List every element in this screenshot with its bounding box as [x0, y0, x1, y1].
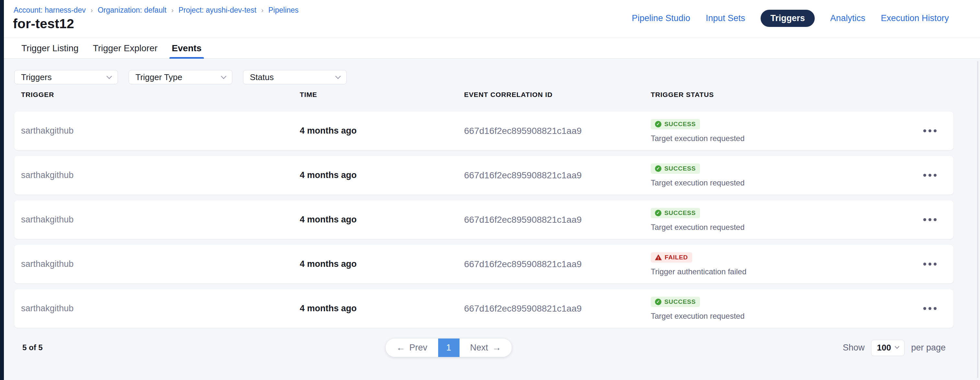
- event-correlation-id: 667d16f2ec895908821c1aa9: [464, 303, 651, 314]
- status-badge-label: SUCCESS: [664, 209, 696, 217]
- event-correlation-id: 667d16f2ec895908821c1aa9: [464, 170, 651, 180]
- page-header: Account: harness-dev›Organization: defau…: [4, 0, 980, 38]
- status-badge: ✓SUCCESS: [651, 208, 700, 218]
- chevron-down-icon: [107, 73, 112, 79]
- breadcrumb-item-project[interactable]: Project: ayushi-dev-test: [178, 6, 256, 14]
- column-header-trigger-status: TRIGGER STATUS: [651, 91, 911, 99]
- check-circle-icon: ✓: [655, 299, 662, 305]
- dots-menu-icon: [929, 218, 931, 221]
- breadcrumb: Account: harness-dev›Organization: defau…: [14, 6, 299, 14]
- page-size-select[interactable]: 100: [871, 340, 905, 356]
- left-nav-strip[interactable]: [0, 0, 4, 380]
- tabs-bar: Trigger ListingTrigger ExplorerEvents: [4, 38, 980, 59]
- table-header: TRIGGERTIMEEVENT CORRELATION IDTRIGGER S…: [14, 91, 953, 99]
- trigger-status-cell: !FAILEDTrigger authentication failed: [651, 252, 911, 276]
- warning-triangle-icon: !: [655, 254, 662, 260]
- event-time: 4 months ago: [300, 215, 464, 225]
- breadcrumb-item-account[interactable]: Account: harness-dev: [14, 6, 86, 14]
- event-time: 4 months ago: [300, 259, 464, 269]
- event-time: 4 months ago: [300, 126, 464, 136]
- prev-label: Prev: [409, 343, 428, 353]
- filter-status[interactable]: Status: [243, 70, 347, 84]
- status-badge-label: FAILED: [665, 254, 688, 261]
- tab-trigger-listing[interactable]: Trigger Listing: [21, 38, 78, 58]
- nav-triggers[interactable]: Triggers: [760, 10, 815, 27]
- page-size-control: Show 100 per page: [843, 338, 946, 357]
- filter-triggers[interactable]: Triggers: [14, 70, 118, 84]
- filter-label-triggers: Triggers: [21, 72, 51, 82]
- filter-label-trigger-type: Trigger Type: [135, 72, 183, 82]
- dots-menu-icon: [929, 263, 931, 265]
- dots-menu-icon: [929, 174, 931, 177]
- check-circle-icon: ✓: [655, 210, 662, 216]
- filters-row: TriggersTrigger TypeStatus: [14, 70, 347, 84]
- column-header-trigger: TRIGGER: [21, 91, 300, 99]
- event-correlation-id: 667d16f2ec895908821c1aa9: [464, 259, 651, 270]
- arrow-left-icon: ←: [396, 343, 405, 353]
- check-circle-icon: ✓: [655, 165, 662, 172]
- current-page-button[interactable]: 1: [438, 338, 460, 357]
- nav-analytics[interactable]: Analytics: [830, 10, 865, 27]
- dots-menu-icon: [934, 174, 937, 177]
- trigger-status-cell: ✓SUCCESSTarget execution requested: [651, 297, 911, 321]
- dots-menu-icon: [923, 129, 926, 132]
- results-count: 5 of 5: [22, 343, 43, 352]
- dots-menu-icon: [929, 129, 931, 132]
- dots-menu-icon: [934, 307, 937, 310]
- nav-pipeline-studio[interactable]: Pipeline Studio: [632, 10, 690, 27]
- events-table: sarthakgithub4 months ago667d16f2ec89590…: [14, 112, 953, 334]
- row-menu-button[interactable]: [911, 218, 953, 221]
- status-badge-label: SUCCESS: [664, 121, 696, 128]
- row-menu-button[interactable]: [911, 129, 953, 132]
- status-badge-label: SUCCESS: [664, 298, 696, 305]
- prev-page-button[interactable]: ← Prev: [386, 338, 438, 357]
- scrollbar[interactable]: [977, 61, 978, 378]
- dots-menu-icon: [929, 307, 931, 310]
- tab-events[interactable]: Events: [172, 38, 202, 58]
- breadcrumb-item-organization[interactable]: Organization: default: [97, 6, 166, 14]
- trigger-name: sarthakgithub: [21, 303, 300, 313]
- table-row: sarthakgithub4 months ago667d16f2ec89590…: [14, 245, 953, 283]
- row-menu-button[interactable]: [911, 263, 953, 265]
- breadcrumb-item-pipelines[interactable]: Pipelines: [268, 6, 299, 14]
- content-area: TriggersTrigger TypeStatus TRIGGERTIMEEV…: [4, 59, 980, 380]
- dots-menu-icon: [923, 174, 926, 177]
- trigger-name: sarthakgithub: [21, 126, 300, 136]
- chevron-down-icon: [895, 344, 899, 348]
- status-message: Target execution requested: [651, 223, 745, 232]
- dots-menu-icon: [923, 263, 926, 265]
- event-time: 4 months ago: [300, 170, 464, 180]
- tab-trigger-explorer[interactable]: Trigger Explorer: [93, 38, 158, 58]
- status-message: Target execution requested: [651, 311, 745, 321]
- dots-menu-icon: [923, 218, 926, 221]
- breadcrumb-separator-icon: ›: [91, 6, 93, 14]
- show-label: Show: [843, 343, 865, 353]
- table-row: sarthakgithub4 months ago667d16f2ec89590…: [14, 200, 953, 239]
- nav-execution-history[interactable]: Execution History: [881, 10, 949, 27]
- nav-input-sets[interactable]: Input Sets: [706, 10, 745, 27]
- status-badge-label: SUCCESS: [664, 165, 696, 172]
- dots-menu-icon: [923, 307, 926, 310]
- status-message: Target execution requested: [651, 178, 745, 187]
- trigger-status-cell: ✓SUCCESSTarget execution requested: [651, 119, 911, 143]
- breadcrumb-separator-icon: ›: [261, 6, 264, 14]
- column-header-time: TIME: [300, 91, 464, 99]
- row-menu-button[interactable]: [911, 174, 953, 177]
- table-row: sarthakgithub4 months ago667d16f2ec89590…: [14, 289, 953, 328]
- event-correlation-id: 667d16f2ec895908821c1aa9: [464, 215, 651, 225]
- table-row: sarthakgithub4 months ago667d16f2ec89590…: [14, 112, 953, 150]
- filter-trigger-type[interactable]: Trigger Type: [129, 70, 232, 84]
- row-menu-button[interactable]: [911, 307, 953, 310]
- filter-label-status: Status: [250, 72, 274, 82]
- next-page-button[interactable]: Next →: [460, 338, 512, 357]
- status-message: Trigger authentication failed: [651, 267, 746, 276]
- page-size-value: 100: [877, 343, 891, 353]
- chevron-down-icon: [221, 73, 226, 79]
- status-badge: !FAILED: [651, 252, 692, 263]
- trigger-name: sarthakgithub: [21, 215, 300, 225]
- trigger-name: sarthakgithub: [21, 170, 300, 180]
- event-time: 4 months ago: [300, 303, 464, 313]
- breadcrumb-separator-icon: ›: [172, 6, 174, 14]
- dots-menu-icon: [934, 263, 937, 265]
- dots-menu-icon: [934, 218, 937, 221]
